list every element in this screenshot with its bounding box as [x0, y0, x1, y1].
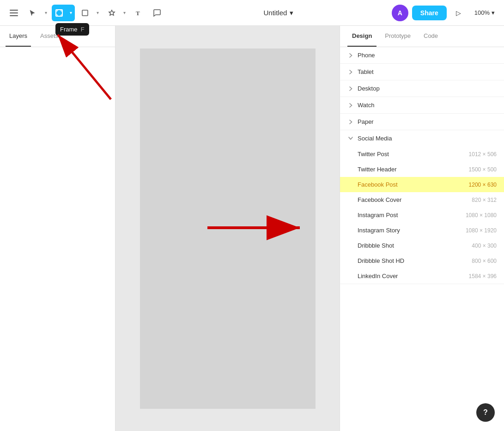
toolbar-center: Untitled ▾ [167, 6, 390, 20]
svg-rect-1 [10, 12, 18, 13]
frame-item-instagram-story[interactable]: Instagram Story1080 × 1920 [340, 223, 504, 238]
shape-tool-button[interactable] [77, 5, 93, 21]
frame-item-linkedin-cover[interactable]: LinkedIn Cover1584 × 396 [340, 268, 504, 284]
frame-item-name: Facebook Cover [358, 196, 401, 203]
frame-category-phone: Phone [340, 47, 504, 64]
select-tool-arrow[interactable]: ▾ [42, 5, 50, 21]
frame-category-desktop: Desktop [340, 80, 504, 97]
frame-tooltip: Frame F [55, 23, 89, 36]
frame-item-name: Instagram Post [358, 212, 398, 219]
frame-tool-button[interactable]: ▾ [52, 5, 75, 21]
sidebar-content [0, 47, 115, 431]
right-tab-prototype[interactable]: Prototype [380, 26, 415, 47]
frame-category-tablet: Tablet [340, 64, 504, 80]
frame-item-facebook-post[interactable]: Facebook Post1200 × 630 [340, 177, 504, 192]
frame-item-name: Dribbble Shot HD [358, 257, 404, 264]
text-tool-button[interactable]: T [130, 5, 147, 21]
category-label: Paper [358, 118, 374, 125]
right-panel-tabs: Design Prototype Code [340, 26, 504, 47]
chevron-down-icon [347, 135, 354, 142]
toolbar: ▾ ▾ [0, 0, 504, 26]
chevron-right-icon [347, 52, 354, 59]
svg-rect-12 [82, 10, 88, 16]
category-label: Watch [358, 102, 374, 109]
canvas-area[interactable] [115, 26, 340, 431]
zoom-level: 100% [474, 9, 490, 16]
chevron-right-icon [347, 69, 354, 75]
frame-category-header-4[interactable]: Paper [340, 114, 504, 130]
frame-tool-dropdown-arrow[interactable]: ▾ [67, 5, 75, 21]
help-area: ? [340, 403, 504, 431]
svg-rect-3 [56, 10, 62, 16]
pen-tool-button[interactable] [103, 5, 120, 21]
comment-tool-button[interactable] [149, 5, 165, 21]
frame-item-facebook-cover[interactable]: Facebook Cover820 × 312 [340, 192, 504, 207]
menu-button[interactable] [6, 5, 22, 21]
frame-items-5: Twitter Post1012 × 506Twitter Header1500… [340, 146, 504, 284]
frame-tool-container: ▾ [52, 5, 75, 21]
sidebar-tab-layers[interactable]: Layers [6, 26, 31, 47]
toolbar-right: A Share ▷ 100% ▾ [392, 5, 498, 21]
help-button[interactable]: ? [476, 403, 495, 422]
svg-rect-0 [10, 10, 18, 11]
chevron-right-icon [347, 85, 354, 92]
frame-category-header-5[interactable]: Social Media [340, 130, 504, 146]
frame-item-twitter-header[interactable]: Twitter Header1500 × 500 [340, 162, 504, 177]
chevron-right-icon [347, 119, 354, 125]
category-label: Social Media [358, 135, 392, 142]
frame-category-social-media: Social MediaTwitter Post1012 × 506Twitte… [340, 130, 504, 284]
frame-item-dribbble-shot-hd[interactable]: Dribbble Shot HD800 × 600 [340, 253, 504, 268]
frame-category-header-0[interactable]: Phone [340, 47, 504, 63]
frame-item-name: Instagram Story [358, 227, 400, 234]
category-label: Tablet [358, 68, 374, 75]
pen-tool-group: ▾ [103, 5, 128, 21]
frame-item-size: 800 × 600 [472, 258, 497, 264]
canvas-frame [140, 49, 316, 409]
left-sidebar: Layers Assets [0, 26, 115, 431]
right-tab-code[interactable]: Code [419, 26, 443, 47]
select-tool-group: ▾ [24, 5, 50, 21]
frame-item-name: Twitter Header [358, 166, 397, 173]
frame-item-instagram-post[interactable]: Instagram Post1080 × 1080 [340, 207, 504, 223]
main-content: Layers Assets Design Prototype Cod [0, 26, 504, 431]
category-label: Desktop [358, 85, 380, 92]
right-panel: Design Prototype Code PhoneTabletDesktop… [340, 26, 504, 431]
frame-category-header-2[interactable]: Desktop [340, 80, 504, 97]
shape-tool-group: ▾ [77, 5, 102, 21]
pen-tool-arrow[interactable]: ▾ [120, 5, 128, 21]
chevron-right-icon [347, 102, 354, 109]
document-title: Untitled [263, 9, 287, 17]
frame-item-size: 820 × 312 [472, 197, 497, 203]
frame-category-watch: Watch [340, 97, 504, 114]
user-avatar[interactable]: A [392, 5, 408, 21]
frame-item-size: 1500 × 500 [469, 166, 497, 173]
share-button[interactable]: Share [412, 6, 447, 20]
frame-item-size: 1200 × 630 [469, 182, 497, 188]
frame-list: PhoneTabletDesktopWatchPaperSocial Media… [340, 47, 504, 403]
frame-item-name: LinkedIn Cover [358, 273, 398, 279]
frame-item-name: Twitter Post [358, 151, 389, 158]
select-tool-button[interactable] [24, 5, 41, 21]
frame-item-name: Dribbble Shot [358, 242, 394, 249]
zoom-button[interactable]: 100% ▾ [471, 7, 498, 18]
frame-item-size: 400 × 300 [472, 243, 497, 249]
svg-rect-2 [10, 15, 18, 16]
play-button[interactable]: ▷ [450, 5, 467, 21]
frame-item-size: 1012 × 506 [469, 151, 497, 158]
frame-item-twitter-post[interactable]: Twitter Post1012 × 506 [340, 146, 504, 162]
svg-text:T: T [136, 10, 140, 17]
shape-tool-arrow[interactable]: ▾ [93, 5, 102, 21]
frame-item-dribbble-shot[interactable]: Dribbble Shot400 × 300 [340, 238, 504, 253]
right-tab-design[interactable]: Design [347, 26, 376, 47]
title-dropdown-icon: ▾ [290, 9, 293, 17]
category-label: Phone [358, 52, 375, 59]
frame-item-name: Facebook Post [358, 181, 398, 188]
frame-item-size: 1080 × 1080 [466, 212, 497, 219]
zoom-dropdown-icon: ▾ [492, 9, 495, 16]
frame-item-size: 1080 × 1920 [466, 227, 497, 234]
frame-category-header-1[interactable]: Tablet [340, 64, 504, 80]
title-button[interactable]: Untitled ▾ [259, 6, 298, 20]
frame-category-header-3[interactable]: Watch [340, 97, 504, 113]
frame-item-size: 1584 × 396 [469, 273, 497, 279]
frame-category-paper: Paper [340, 114, 504, 130]
